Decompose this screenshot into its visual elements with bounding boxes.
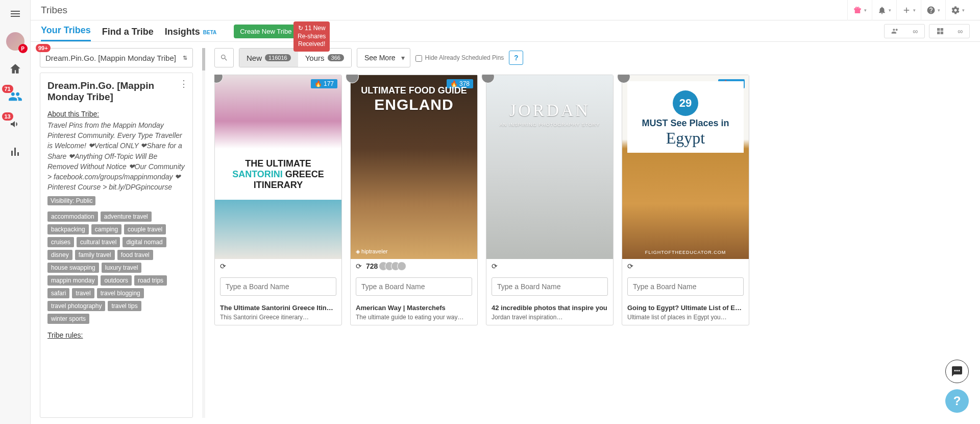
tag[interactable]: house swapping xyxy=(47,263,99,273)
gift-icon[interactable]: ▾ xyxy=(847,0,872,20)
pin-desc: Ultimate list of places in Egypt you… xyxy=(627,314,744,321)
people-icon xyxy=(891,27,899,35)
help-fab[interactable]: ? xyxy=(945,389,969,413)
tag[interactable]: travel tips xyxy=(108,301,141,311)
tribe-select-badge: 99+ xyxy=(36,44,51,52)
pin-card: JORDANAN INSPIRING PHOTOGRAPHY STORY⟳42 … xyxy=(486,75,614,325)
pin-card: 🔥 177THE ULTIMATESANTORINI GREECEITINERA… xyxy=(214,75,342,325)
tag[interactable]: travel photography xyxy=(47,301,105,311)
pinterest-badge-icon: P xyxy=(18,44,28,53)
pin-image[interactable]: JORDANAN INSPIRING PHOTOGRAPHY STORY xyxy=(486,75,613,259)
tag[interactable]: outdoors xyxy=(101,275,132,286)
refresh-icon: ⟳ xyxy=(356,262,362,270)
plus-icon[interactable]: ▾ xyxy=(896,0,921,20)
announce-count-badge: 13 xyxy=(2,112,13,121)
tribe-title: Dream.Pin.Go. [Mappin Monday Tribe] xyxy=(47,80,185,103)
tag[interactable]: backpacking xyxy=(47,224,89,234)
help-button[interactable]: ? xyxy=(509,51,523,65)
help-icon[interactable]: ▾ xyxy=(921,0,945,20)
tag[interactable]: couple travel xyxy=(124,224,166,234)
tribes-count-badge: 71 xyxy=(2,85,13,93)
tag[interactable]: disney xyxy=(47,250,72,260)
gear-icon[interactable]: ▾ xyxy=(945,0,970,20)
pin-card: 🔥 21729MUST See Places inEgyptFLIGHTOFTH… xyxy=(622,75,749,325)
bell-icon[interactable]: ▾ xyxy=(872,0,896,20)
tag[interactable]: adventure travel xyxy=(101,211,152,222)
pin-desc: The ultimate guide to eating your way… xyxy=(356,314,472,321)
tag[interactable]: luxury travel xyxy=(102,263,142,273)
refresh-icon: ⟳ xyxy=(492,262,498,270)
about-text: Travel Pins from the Mappin Monday Pinte… xyxy=(47,120,185,193)
card-stats: ⟳ xyxy=(622,259,749,273)
pin-desc: Jordan travel inspiration… xyxy=(492,314,608,321)
tag[interactable]: safari xyxy=(47,288,69,298)
card-stats: ⟳728 xyxy=(351,259,477,273)
pin-title: Going to Egypt? Ultimate List of Egypt xyxy=(627,304,744,312)
page-title: Tribes xyxy=(41,5,67,16)
tag[interactable]: mappin monday xyxy=(47,275,98,286)
tag[interactable]: road trips xyxy=(134,275,167,286)
see-more-dropdown[interactable]: See More xyxy=(357,48,410,67)
board-name-input[interactable] xyxy=(627,277,744,296)
pin-cards: 🔥 177THE ULTIMATESANTORINI GREECEITINERA… xyxy=(214,75,971,325)
create-new-tribe-button[interactable]: Create New Tribe xyxy=(234,25,298,38)
card-stats: ⟳ xyxy=(486,259,613,273)
refresh-icon: ⟳ xyxy=(220,262,226,270)
tab-your-tribes[interactable]: Your Tribes xyxy=(41,25,91,41)
menu-icon[interactable] xyxy=(0,3,31,25)
nav-analytics[interactable] xyxy=(0,141,31,162)
reshare-toast[interactable]: ↻ 11 New Re-shares Received! xyxy=(293,21,330,52)
tag[interactable]: travel blogging xyxy=(97,288,144,298)
pin-image[interactable]: 🔥 21729MUST See Places inEgyptFLIGHTOFTH… xyxy=(622,75,749,259)
search-icon[interactable] xyxy=(214,48,234,67)
pin-image[interactable]: 🔥 378ULTIMATE FOOD GUIDEENGLAND◈ hiptrav… xyxy=(351,75,477,259)
filter-new[interactable]: New116016 xyxy=(239,49,298,67)
heat-badge: 🔥 177 xyxy=(311,79,337,88)
hide-scheduled-checkbox[interactable]: Hide Already Scheduled Pins xyxy=(415,54,504,62)
pin-title: 42 incredible photos that inspire you xyxy=(492,304,608,312)
stat-shares[interactable]: ∞ xyxy=(929,24,970,38)
tag[interactable]: food travel xyxy=(117,250,153,260)
pin-card: 🔥 378ULTIMATE FOOD GUIDEENGLAND◈ hiptrav… xyxy=(350,75,478,325)
left-sidebar: P 71 13 xyxy=(0,0,31,424)
scrollbar[interactable] xyxy=(202,48,205,418)
pin-title: American Way | Masterchefs xyxy=(356,304,472,312)
about-header: About this Tribe: xyxy=(47,110,185,118)
board-name-input[interactable] xyxy=(220,277,336,296)
tag[interactable]: cruises xyxy=(47,237,74,247)
refresh-icon: ⟳ xyxy=(627,262,633,270)
nav-tribes[interactable]: 71 xyxy=(0,86,31,107)
rules-header: Tribe rules: xyxy=(47,331,185,339)
pin-desc: This Santorini Greece itinerary… xyxy=(220,314,336,321)
pin-title: The Ultimate Santorini Greece Itinerary xyxy=(220,304,336,312)
board-name-input[interactable] xyxy=(492,277,608,296)
nav-home[interactable] xyxy=(0,58,31,80)
pin-image[interactable]: 🔥 177THE ULTIMATESANTORINI GREECEITINERA… xyxy=(215,75,341,259)
tribe-select[interactable]: 99+ Dream.Pin.Go. [Mappin Monday Tribe] … xyxy=(40,48,193,67)
tribe-info-panel: ⋮ Dream.Pin.Go. [Mappin Monday Tribe] Ab… xyxy=(40,73,193,418)
tag[interactable]: winter sports xyxy=(47,314,89,324)
top-bar: Tribes ▾ ▾ ▾ ▾ ▾ xyxy=(31,0,980,20)
stat-members[interactable]: ∞ xyxy=(884,24,925,38)
tag-list: accommodationadventure travelbackpacking… xyxy=(47,211,185,324)
beta-label: BETA xyxy=(203,30,216,35)
profile-avatar[interactable]: P xyxy=(0,31,31,52)
tag[interactable]: accommodation xyxy=(47,211,98,222)
more-options-icon[interactable]: ⋮ xyxy=(179,78,188,89)
tag[interactable]: travel xyxy=(72,288,94,298)
tab-bar: Your Tribes Find a Tribe Insights BETA C… xyxy=(31,20,980,42)
chevron-updown-icon: ⇅ xyxy=(183,55,187,61)
tag[interactable]: digital nomad xyxy=(122,237,166,247)
chat-fab[interactable] xyxy=(945,360,969,383)
grid-icon xyxy=(936,27,944,35)
visibility-badge: Visibility: Public xyxy=(47,196,95,205)
tag[interactable]: family travel xyxy=(75,250,115,260)
nav-announce[interactable]: 13 xyxy=(0,113,31,135)
card-stats: ⟳ xyxy=(215,259,341,273)
board-name-input[interactable] xyxy=(356,277,472,296)
tab-find-tribe[interactable]: Find a Tribe xyxy=(102,27,154,41)
tab-insights[interactable]: Insights xyxy=(165,27,200,41)
tag[interactable]: camping xyxy=(91,224,121,234)
tag[interactable]: cultural travel xyxy=(77,237,120,247)
